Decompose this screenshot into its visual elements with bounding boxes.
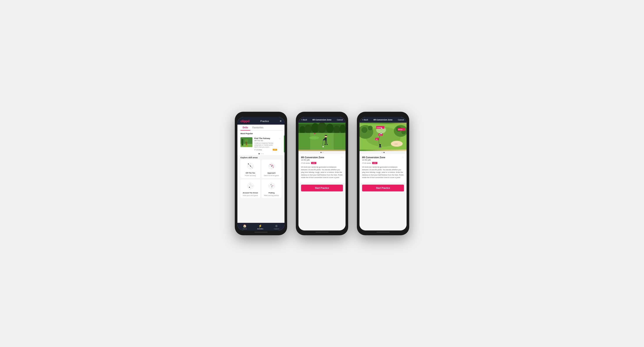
explore-heading: Explore skill areas [238,155,284,160]
capture-icon: ⊕ [275,224,278,228]
dot-3-1 [382,152,382,153]
back-button-2[interactable]: < Back [301,119,307,121]
tag-arg-2: ARG [311,162,316,164]
svg-point-11 [250,166,251,167]
phone-home-indicator-2 [316,232,328,233]
svg-point-43 [333,126,340,134]
phone-1: clippd Practice ≡ Drills Favourites Most… [235,112,287,235]
drill-meta-2: ⏱ 20 shots ARG [301,162,343,164]
cancel-button-2[interactable]: Cancel [337,119,343,121]
activities-icon: ⚡ [258,224,262,228]
svg-rect-56 [326,144,328,145]
screen-3: < Back 6ft Conversion Zone Cancel SAND [360,117,406,230]
popular-card-meta: ⏱ 10 shots OTT [254,149,277,151]
tag-ott: OTT [273,149,277,151]
tag-arg-3: ARG [372,162,377,164]
approach-label: Approach [268,172,276,174]
shots-count: ⏱ 10 shots [254,149,262,151]
svg-point-5 [246,144,248,145]
phone-home-indicator-3 [376,232,390,233]
drill-description-3: 20 shots are randomly generated at dista… [362,166,404,181]
svg-point-67 [362,127,367,133]
favourite-icon[interactable]: ☆ [279,137,281,140]
skill-putting[interactable]: Putting Make and lag practice [262,179,282,198]
svg-point-68 [368,126,373,131]
dot-2-1 [320,152,322,153]
arg-icon [245,181,256,191]
popular-card[interactable]: Find The Fairway Off The Tee Create an i… [238,136,284,152]
header-title: Practice [260,120,269,122]
drill-info-2: 6ft Conversion Zone 10-50 yds ☆ ⏱ 20 sho… [298,154,346,183]
svg-point-27 [252,186,252,187]
dot-2-2 [322,152,324,153]
phone-2: < Back 6ft Conversion Zone Cancel [296,112,348,235]
svg-point-57 [323,146,324,147]
carousel-dots [238,152,284,155]
svg-text:Hit: Hit [376,139,377,140]
drill-content-2: 6ft Conversion Zone 10-50 yds ☆ ⏱ 20 sho… [298,123,346,230]
skill-off-the-tee[interactable]: Off The Tee Power accuracy [240,160,260,178]
approach-icon [266,161,277,171]
favourite-icon-2[interactable]: ☆ [341,156,343,158]
start-practice-button-2[interactable]: Start Practice [301,185,343,191]
approach-sublabel: Dial-in to hit the green [264,175,279,176]
nav-activities-label: Activities [257,228,263,230]
svg-point-26 [251,185,251,185]
app-logo: clippd [240,119,250,123]
drill-title-row-3: 6ft Conversion Zone 10-50 yds ☆ [362,156,404,161]
app-header: clippd Practice ≡ [238,117,284,125]
skill-around-green[interactable]: Around The Green Hone your short game [240,179,260,198]
cancel-button-3[interactable]: Cancel [398,119,404,121]
shots-label-3: ⏱ 20 shots [362,162,371,164]
svg-point-42 [326,124,334,133]
putting-sublabel: Make and lag practice [264,195,279,196]
popular-card-description: Create an imaginary fairway using trees … [254,142,277,148]
drill-title-group-3: 6ft Conversion Zone 10-50 yds [362,156,385,161]
drill-title-2: 6ft Conversion Zone [301,156,324,159]
svg-rect-4 [246,142,246,145]
arg-sublabel: Hone your short game [243,195,258,196]
phone-notch [252,114,270,116]
svg-point-58 [309,136,319,139]
svg-point-39 [305,125,312,133]
putting-icon [266,181,277,191]
tabs-bar: Drills Favourites [238,125,284,131]
phone-home-indicator [254,232,268,233]
favourite-icon-3[interactable]: ☆ [402,156,404,158]
shots-label-2: ⏱ 20 shots [301,162,310,164]
nav-capture-label: Capture [274,228,279,230]
nav-capture[interactable]: ⊕ Capture [274,224,279,230]
hero-image-2 [298,123,346,151]
drill-title-row-2: 6ft Conversion Zone 10-50 yds ☆ [301,156,343,161]
screen-1: clippd Practice ≡ Drills Favourites Most… [238,117,284,230]
nav-activities[interactable]: ⚡ Activities [257,224,263,230]
svg-point-44 [340,125,346,133]
tab-drills[interactable]: Drills [240,125,250,131]
drill-info-3: 6ft Conversion Zone 10-50 yds ☆ ⏱ 20 sho… [360,154,406,183]
svg-point-28 [250,184,250,185]
svg-point-38 [300,126,306,134]
drill-description-2: 20 shots are randomly generated at dista… [301,166,343,181]
drill-range-2: 10-50 yds [301,159,324,161]
popular-card-image [240,137,252,147]
back-button-3[interactable]: < Back [362,119,368,121]
arg-label: Around The Green [243,192,258,194]
start-practice-button-3[interactable]: Start Practice [362,185,404,191]
popular-card-title: Find The Fairway [254,137,277,139]
dot-3 [262,153,264,154]
drill-range-3: 10-50 yds [362,159,385,161]
svg-text:ROUGH: ROUGH [398,129,402,130]
skill-grid: Off The Tee Power accuracy [238,160,284,199]
nav-home[interactable]: 🏠 Home [243,224,247,230]
menu-icon[interactable]: ≡ [280,119,282,123]
tab-favourites[interactable]: Favourites [250,125,266,131]
screen-2: < Back 6ft Conversion Zone Cancel [298,117,346,230]
dot-3-2 [384,152,384,153]
svg-point-20 [271,166,272,167]
putting-label: Putting [268,192,275,194]
skill-approach[interactable]: Approach Dial-in to hit the green [262,160,282,178]
svg-text:SAND: SAND [394,143,398,145]
ott-label: Off The Tee [246,172,255,174]
svg-point-12 [248,163,249,164]
ott-sublabel: Power accuracy [245,175,256,176]
